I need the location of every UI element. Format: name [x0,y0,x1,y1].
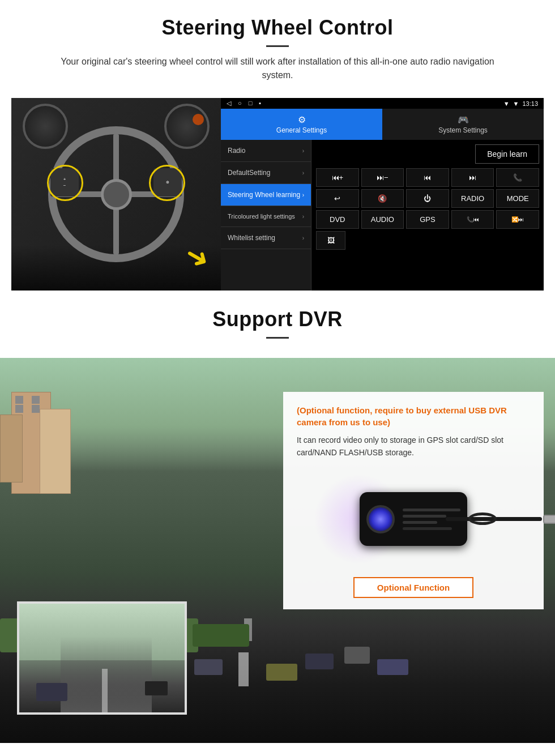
settings-body: Radio › DefaultSetting › Steering Wheel … [221,140,544,291]
status-bar: ◁ ○ □ ▪ ▼ ▼ 13:13 [221,98,544,109]
clock: 13:13 [522,100,538,107]
steering-section: Steering Wheel Control Your original car… [0,0,555,291]
menu-item-radio[interactable]: Radio › [221,140,311,162]
system-icon: 🎮 [382,114,544,125]
tab-general-settings[interactable]: ⚙ General Settings [221,109,382,140]
btn-mute[interactable]: 🔇 [361,189,404,208]
back-icon[interactable]: ◁ [227,100,231,107]
settings-tabs: ⚙ General Settings 🎮 System Settings [221,109,544,140]
menu-item-defaultsetting[interactable]: DefaultSetting › [221,162,311,184]
dvr-title-divider [266,337,289,339]
btn-next[interactable]: ⏭ [451,168,494,187]
home-icon[interactable]: ○ [238,100,242,107]
btn-audio[interactable]: AUDIO [361,210,404,229]
begin-learn-button[interactable]: Begin learn [475,144,539,164]
control-buttons-row3: DVD AUDIO GPS 📞⏮ 🔀⏭ [316,210,539,229]
tab-general-label: General Settings [276,126,327,134]
dvr-content-area: (Optional function, require to buy exter… [0,358,555,743]
page-title: Steering Wheel Control [11,16,544,40]
btn-hangup[interactable]: ↩ [316,189,359,208]
tab-system-settings[interactable]: 🎮 System Settings [382,109,544,140]
gear-icon: ⚙ [221,114,382,125]
status-right: ▼ ▼ 13:13 [503,100,538,107]
dvr-title: Support DVR [11,307,544,331]
dvr-background-scene: (Optional function, require to buy exter… [0,358,555,743]
btn-radio[interactable]: RADIO [451,189,494,208]
recents-icon[interactable]: □ [249,100,253,107]
btn-prev[interactable]: ⏮ [406,168,449,187]
control-buttons-row1: ⏮+ ⏭− ⏮ ⏭ 📞 [316,168,539,187]
signal-icon: ▼ [513,100,519,107]
arrow-icon: › [302,213,304,220]
btn-screenshot[interactable]: 🖼 [316,231,345,250]
camera-lens-icon [366,505,395,533]
menu-item-steering[interactable]: Steering Wheel learning › [221,184,311,206]
android-settings-panel: ◁ ○ □ ▪ ▼ ▼ 13:13 ⚙ General Settings [221,98,544,291]
wifi-icon: ▼ [503,100,510,107]
btn-shuffle-next[interactable]: 🔀⏭ [496,210,539,229]
tab-system-label: System Settings [438,126,488,134]
btn-phone[interactable]: 📞 [496,168,539,187]
begin-learn-row: Begin learn [316,144,539,164]
arrow-icon: › [302,148,304,154]
control-buttons-row4: 🖼 [316,231,539,250]
btn-dvd[interactable]: DVD [316,210,359,229]
btn-phone-prev[interactable]: 📞⏮ [451,210,494,229]
dvr-preview-screen [17,601,187,715]
menu-item-tricolour[interactable]: Tricoloured light settings › [221,206,311,227]
steering-content-area: Begin learn ⏮+ ⏭− ⏮ ⏭ 📞 ↩ 🔇 ⏻ RADI [311,140,544,291]
settings-menu-list: Radio › DefaultSetting › Steering Wheel … [221,140,311,291]
menu-icon[interactable]: ▪ [259,100,261,107]
arrow-icon: › [302,170,304,176]
nav-icons: ◁ ○ □ ▪ [227,100,261,107]
usb-plug-icon [543,515,555,524]
optional-function-button[interactable]: Optional Function [353,577,473,598]
btn-vol-down[interactable]: ⏭− [361,168,404,187]
arrow-icon: › [302,192,304,198]
section-subtitle: Your original car's steering wheel contr… [45,55,510,82]
dvr-camera-illustration [297,468,530,570]
steering-demo-block: + − ⊕ ➜ ◁ [11,98,544,291]
btn-power[interactable]: ⏻ [406,189,449,208]
camera-device [360,492,467,546]
dvr-description: It can record video only to storage in G… [297,434,530,459]
arrow-icon: › [302,235,304,241]
dvr-section: Support DVR [0,291,555,743]
dvr-optional-notice: (Optional function, require to buy exter… [297,404,530,428]
btn-vol-up[interactable]: ⏮+ [316,168,359,187]
dvr-info-card: (Optional function, require to buy exter… [283,392,544,609]
control-buttons-row2: ↩ 🔇 ⏻ RADIO MODE [316,189,539,208]
menu-item-whitelist[interactable]: Whitelist setting › [221,227,311,249]
title-divider [266,45,289,47]
steering-title-area: Steering Wheel Control Your original car… [0,0,555,98]
steering-wheel-image: + − ⊕ ➜ [11,98,221,291]
btn-gps[interactable]: GPS [406,210,449,229]
btn-mode[interactable]: MODE [496,189,539,208]
dvr-title-area: Support DVR [0,291,555,358]
